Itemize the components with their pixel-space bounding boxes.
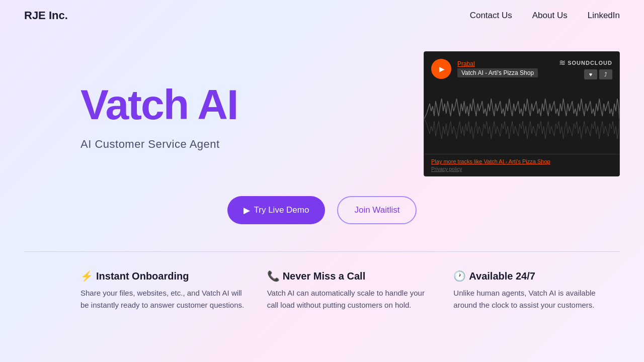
soundcloud-footer: Play more tracks like Vatch AI - Arti's …	[424, 154, 619, 176]
hero-title: Vatch AI	[80, 81, 237, 128]
navbar: RJE Inc. Contact Us About Us LinkedIn	[0, 0, 644, 31]
soundcloud-top-bar: ▶ Prabal Vatch AI - Arti's Pizza Shop ≋ …	[424, 52, 619, 83]
logo[interactable]: RJE Inc.	[24, 9, 68, 22]
hero-subtitle: AI Customer Service Agent	[80, 138, 220, 151]
svg-rect-0	[424, 83, 619, 154]
demo-icon: ▶	[244, 205, 250, 216]
feature-title-text-2: Never Miss a Call	[283, 270, 366, 282]
try-live-demo-button[interactable]: ▶ Try Live Demo	[227, 196, 326, 224]
feature-title-available: 🕐 Available 24/7	[453, 270, 620, 282]
soundcloud-logo-area: ≋ SOUNDCLOUD	[559, 58, 612, 67]
hero-section: Vatch AI AI Customer Service Agent ▶ Pra…	[0, 31, 644, 191]
soundcloud-more-link[interactable]: Vatch AI - Arti's Pizza Shop	[484, 158, 550, 164]
soundcloud-title-bar: Vatch AI - Arti's Pizza Shop	[457, 68, 553, 77]
soundcloud-more-prefix: Play more tracks like	[431, 158, 484, 164]
feature-title-instant-onboarding: ⚡ Instant Onboarding	[80, 270, 247, 282]
clock-icon: 🕐	[453, 270, 466, 282]
nav-contact-us[interactable]: Contact Us	[470, 11, 512, 21]
nav-linkedin[interactable]: LinkedIn	[588, 11, 620, 21]
features-section: ⚡ Instant Onboarding Share your files, w…	[0, 270, 644, 331]
soundcloud-play-button[interactable]: ▶	[431, 59, 451, 79]
soundcloud-wave-icon: ≋	[559, 58, 566, 67]
hero-buttons: ▶ Try Live Demo Join Waitlist	[0, 191, 644, 239]
nav-about-us[interactable]: About Us	[532, 11, 568, 21]
phone-icon: 📞	[267, 270, 280, 282]
feature-instant-onboarding: ⚡ Instant Onboarding Share your files, w…	[80, 270, 247, 311]
soundcloud-waveform: Generate bars	[424, 83, 619, 154]
soundcloud-actions: ♥ ⤴	[584, 69, 612, 79]
lightning-icon: ⚡	[80, 270, 93, 282]
soundcloud-share-button[interactable]: ⤴	[599, 69, 612, 79]
feature-title-text-1: Instant Onboarding	[96, 270, 189, 282]
section-divider	[24, 251, 620, 252]
soundcloud-logo-text: SOUNDCLOUD	[568, 60, 612, 66]
demo-label: Try Live Demo	[254, 205, 309, 215]
soundcloud-widget: ▶ Prabal Vatch AI - Arti's Pizza Shop ≋ …	[424, 51, 620, 176]
nav-links: Contact Us About Us LinkedIn	[470, 11, 620, 21]
hero-left: Vatch AI AI Customer Service Agent	[80, 51, 237, 181]
feature-desc-1: Share your files, websites, etc., and Va…	[80, 287, 247, 311]
soundcloud-track-info: Prabal Vatch AI - Arti's Pizza Shop	[457, 60, 553, 77]
soundcloud-like-button[interactable]: ♥	[584, 69, 597, 79]
feature-desc-3: Unlike human agents, Vatch AI is availab…	[453, 287, 620, 311]
feature-title-text-3: Available 24/7	[469, 270, 535, 282]
join-waitlist-button[interactable]: Join Waitlist	[337, 196, 417, 224]
soundcloud-privacy-link[interactable]: Privacy policy	[431, 166, 612, 172]
soundcloud-track-title: Vatch AI - Arti's Pizza Shop	[457, 68, 538, 77]
feature-desc-2: Vatch AI can automatically scale to hand…	[267, 287, 434, 311]
soundcloud-user[interactable]: Prabal	[457, 60, 553, 67]
feature-never-miss-call: 📞 Never Miss a Call Vatch AI can automat…	[267, 270, 434, 311]
feature-available-247: 🕐 Available 24/7 Unlike human agents, Va…	[453, 270, 620, 311]
play-icon: ▶	[439, 65, 445, 73]
feature-title-never-miss: 📞 Never Miss a Call	[267, 270, 434, 282]
soundcloud-more-tracks: Play more tracks like Vatch AI - Arti's …	[431, 158, 612, 164]
